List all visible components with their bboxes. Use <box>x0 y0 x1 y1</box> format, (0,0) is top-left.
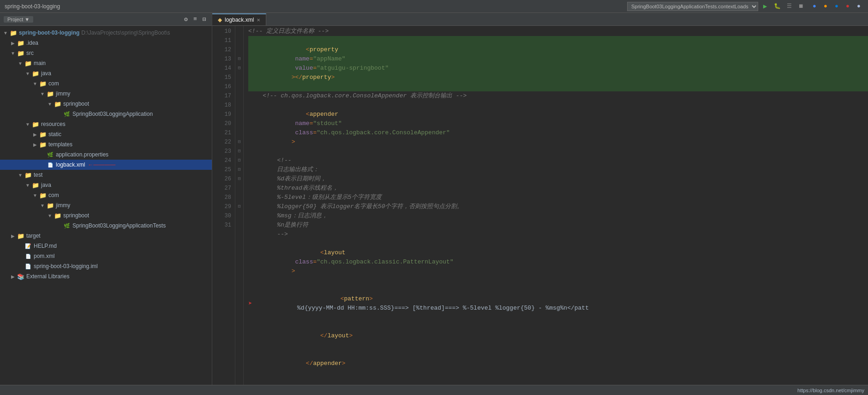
tree-item-root[interactable]: ▼ 📁 spring-boot-03-logging D:\JavaProjec… <box>0 28 212 38</box>
firefox-icon[interactable]: ● <box>821 2 830 11</box>
folder-icon-com-main: 📁 <box>39 80 47 87</box>
tree-item-app-class[interactable]: 🌿 SpringBoot03LoggingApplication <box>0 109 212 119</box>
tree-item-test[interactable]: ▼ 📁 test <box>0 170 212 180</box>
folder-icon-main: 📁 <box>24 60 32 67</box>
folder-icon-target: 📁 <box>17 232 25 239</box>
code-line-22: --> <box>248 230 868 239</box>
filter-icon[interactable]: ≡ <box>192 16 199 23</box>
safari-icon[interactable]: ● <box>854 2 863 11</box>
tree-item-jimmy-test[interactable]: ▼ 📁 jimmy <box>0 200 212 210</box>
code-text-14: <!-- <box>248 156 292 165</box>
run-toolbar: SpringBoot03LoggingApplicationTests.cont… <box>627 1 806 12</box>
xml-icon-logback: 📄 <box>46 161 54 168</box>
folder-icon-ext-libs: 📚 <box>17 273 25 280</box>
tree-item-pom-xml[interactable]: 📄 pom.xml <box>0 251 212 261</box>
main-layout: Project ▼ ⚙ ≡ ⊟ ▼ 📁 spring-boot-03-loggi… <box>0 13 868 385</box>
coverage-button[interactable]: ☰ <box>784 1 794 12</box>
arrow-com-main: ▼ <box>31 81 39 86</box>
arrow-jimmy-test: ▼ <box>39 203 46 208</box>
code-line-19: %logger{50} 表示logger名字最长50个字符，否则按照句点分割。 <box>248 202 868 211</box>
tree-item-java-main[interactable]: ▼ 📁 java <box>0 68 212 78</box>
run-config-select[interactable]: SpringBoot03LoggingApplicationTests.cont… <box>627 2 758 11</box>
md-icon-help: 📝 <box>24 242 32 250</box>
editor-tabs: ◆ logback.xml ✕ <box>212 13 868 26</box>
arrow-jimmy-main: ▼ <box>39 91 46 96</box>
debug-button[interactable]: 🐛 <box>772 1 782 12</box>
java-test-label: java <box>41 182 51 188</box>
gear-icon[interactable]: ⚙ <box>182 16 190 23</box>
resources-label: resources <box>41 121 66 127</box>
folder-icon-static: 📁 <box>39 131 47 138</box>
tree-item-ext-libs[interactable]: ▶ 📚 External Libraries <box>0 271 212 281</box>
tab-xml-icon: ◆ <box>218 17 222 23</box>
arrow-templates: ▶ <box>31 142 39 147</box>
tab-logback-xml[interactable]: ◆ logback.xml ✕ <box>212 13 266 25</box>
logback-xml-label: logback.xml <box>56 162 85 168</box>
code-text-27 <box>248 377 252 385</box>
arrow-main: ▼ <box>17 61 24 66</box>
tree-item-springboot-test[interactable]: ▼ 📁 springboot <box>0 210 212 221</box>
tree-item-springboot-main[interactable]: ▼ 📁 springboot <box>0 99 212 109</box>
tree-item-resources[interactable]: ▼ 📁 resources <box>0 119 212 129</box>
target-label: target <box>26 233 41 239</box>
tree-item-java-test[interactable]: ▼ 📁 java <box>0 180 212 190</box>
tree-item-src[interactable]: ▼ 📁 src <box>0 48 212 58</box>
project-dropdown[interactable]: Project ▼ <box>4 16 33 23</box>
folder-icon-springboot-main: 📁 <box>54 100 62 108</box>
chrome-icon[interactable]: ● <box>810 2 819 11</box>
tree-item-com-main[interactable]: ▼ 📁 com <box>0 78 212 89</box>
edge-icon[interactable]: ● <box>832 2 841 11</box>
tree-item-test-class[interactable]: 🌿 SpringBoot03LoggingApplicationTests <box>0 221 212 231</box>
code-line-10: <!-- 定义日志文件名称 --> <box>248 27 868 36</box>
tree-item-application-props[interactable]: 🌿 application.properties <box>0 150 212 160</box>
editor-area: ◆ logback.xml ✕ 10 11 12 13 14 15 16 17 … <box>212 13 868 385</box>
sidebar-header-title: Project ▼ <box>4 16 33 23</box>
arrow-com-test: ▼ <box>31 193 39 198</box>
folder-icon-idea: 📁 <box>17 39 25 47</box>
code-line-25: </layout> <box>248 322 868 350</box>
arrow-idea: ▶ <box>9 41 17 46</box>
tree-item-logback-xml[interactable]: 📄 logback.xml ←———— <box>0 160 212 170</box>
spring-class-icon: 🌿 <box>63 110 71 118</box>
test-label: test <box>34 172 42 178</box>
code-line-16: %d表示日期时间， <box>248 174 868 184</box>
tree-item-static[interactable]: ▶ 📁 static <box>0 129 212 139</box>
code-text-19: %logger{50} 表示logger名字最长50个字符，否则按照句点分割。 <box>248 202 463 211</box>
bottom-bar: https://blog.csdn.net/cmjimmy <box>0 385 868 395</box>
ie-icon[interactable]: ● <box>843 2 852 11</box>
collapse-icon[interactable]: ⊟ <box>201 16 208 23</box>
sidebar-header-actions: ⚙ ≡ ⊟ <box>182 16 208 23</box>
folder-icon-java-main: 📁 <box>31 70 40 77</box>
test-class-label: SpringBoot03LoggingApplicationTests <box>72 222 166 229</box>
app-title: spring-boot-03-logging <box>5 3 60 10</box>
jimmy-main-label: jimmy <box>56 90 70 97</box>
springboot-main-label: springboot <box>63 101 89 107</box>
tree-item-idea[interactable]: ▶ 📁 .idea <box>0 38 212 48</box>
tree-item-main[interactable]: ▼ 📁 main <box>0 58 212 68</box>
arrow-springboot-main: ▼ <box>46 102 54 107</box>
spring-test-class-icon: 🌿 <box>63 222 71 229</box>
sidebar-tree[interactable]: ▼ 📁 spring-boot-03-logging D:\JavaProjec… <box>0 26 212 385</box>
code-area[interactable]: <!-- 定义日志文件名称 --> <property name="appNam… <box>244 26 868 385</box>
tree-item-target[interactable]: ▶ 📁 target <box>0 231 212 241</box>
code-line-24: ➤ <pattern> %d{yyyy-MM-dd HH:mm:ss.SSS}=… <box>248 285 868 322</box>
line-numbers: 10 11 12 13 14 15 16 17 18 19 20 21 22 2… <box>212 26 235 385</box>
run-button[interactable]: ▶ <box>760 1 770 12</box>
tree-item-com-test[interactable]: ▼ 📁 com <box>0 190 212 200</box>
tree-item-help-md[interactable]: 📝 HELP.md <box>0 241 212 251</box>
main-label: main <box>34 60 46 66</box>
tree-item-iml[interactable]: 📄 spring-boot-03-logging.iml <box>0 261 212 271</box>
code-line-21: %n是换行符 <box>248 221 868 230</box>
tab-close-icon[interactable]: ✕ <box>257 18 260 23</box>
iml-icon: 📄 <box>24 263 32 270</box>
folder-icon-java-test: 📁 <box>31 181 40 189</box>
tree-item-jimmy-main[interactable]: ▼ 📁 jimmy <box>0 89 212 99</box>
pom-xml-label: pom.xml <box>34 253 54 259</box>
arrow-static: ▶ <box>31 132 39 137</box>
tree-item-templates[interactable]: ▶ 📁 templates <box>0 139 212 150</box>
stop-button[interactable]: ⏹ <box>796 1 806 12</box>
code-text-10: <!-- 定义日志文件名称 --> <box>248 27 329 36</box>
code-text-12: <!-- ch.qos.logback.core.ConsoleAppender… <box>248 91 467 101</box>
code-text-25: </layout> <box>248 322 353 350</box>
com-main-label: com <box>48 80 59 87</box>
